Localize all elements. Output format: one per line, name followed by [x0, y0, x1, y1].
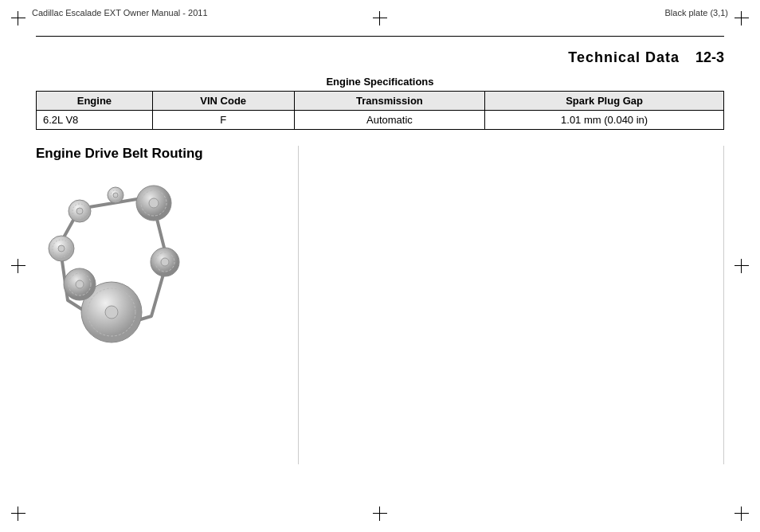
page-header: Cadillac Escalade EXT Owner Manual - 201… — [32, 8, 728, 18]
engine-specs-section: Engine Specifications Engine VIN Code Tr… — [36, 76, 724, 130]
svg-point-17 — [113, 193, 118, 198]
header-left-text: Cadillac Escalade EXT Owner Manual - 201… — [32, 8, 208, 18]
cell-vin-code: F — [152, 111, 294, 130]
cell-transmission: Automatic — [294, 111, 485, 130]
col-engine: Engine — [37, 92, 153, 111]
cell-engine: 6.2L V8 — [37, 111, 153, 130]
section-title-row: Technical Data 12-3 — [36, 49, 724, 66]
table-row: 6.2L V8 F Automatic 1.01 mm (0.040 in) — [37, 111, 724, 130]
section-number: 12-3 — [695, 49, 724, 66]
corner-mark-bottom-left — [11, 507, 25, 521]
col-transmission: Transmission — [294, 92, 485, 111]
svg-point-20 — [76, 280, 84, 288]
corner-mark-top-left — [11, 11, 25, 25]
right-column — [299, 146, 724, 464]
header-right-text: Black plate (3,1) — [665, 8, 728, 18]
svg-point-8 — [76, 208, 83, 214]
svg-point-5 — [149, 198, 159, 208]
right-side-mark — [735, 259, 749, 273]
header-rule — [36, 36, 724, 37]
table-header-row: Engine VIN Code Transmission Spark Plug … — [37, 92, 724, 111]
belt-routing-title: Engine Drive Belt Routing — [36, 146, 298, 162]
col-vin-code: VIN Code — [152, 92, 294, 111]
belt-diagram — [36, 173, 298, 350]
cell-spark-plug-gap: 1.01 mm (0.040 in) — [485, 111, 724, 130]
specs-table: Engine VIN Code Transmission Spark Plug … — [36, 91, 724, 130]
corner-mark-bottom-right — [735, 507, 749, 521]
table-heading: Engine Specifications — [36, 76, 724, 88]
svg-point-2 — [105, 306, 118, 319]
left-side-mark — [11, 259, 25, 273]
main-content: Technical Data 12-3 Engine Specification… — [36, 36, 724, 496]
col-spark-plug-gap: Spark Plug Gap — [485, 92, 724, 111]
center-bottom-mark — [373, 507, 387, 521]
page-container: Cadillac Escalade EXT Owner Manual - 201… — [0, 0, 760, 532]
content-with-dividers: Engine Drive Belt Routing — [36, 146, 724, 464]
svg-point-11 — [161, 258, 169, 266]
svg-point-14 — [58, 245, 65, 252]
corner-mark-top-right — [735, 11, 749, 25]
section-title: Technical Data — [568, 49, 680, 66]
left-column: Engine Drive Belt Routing — [36, 146, 299, 464]
